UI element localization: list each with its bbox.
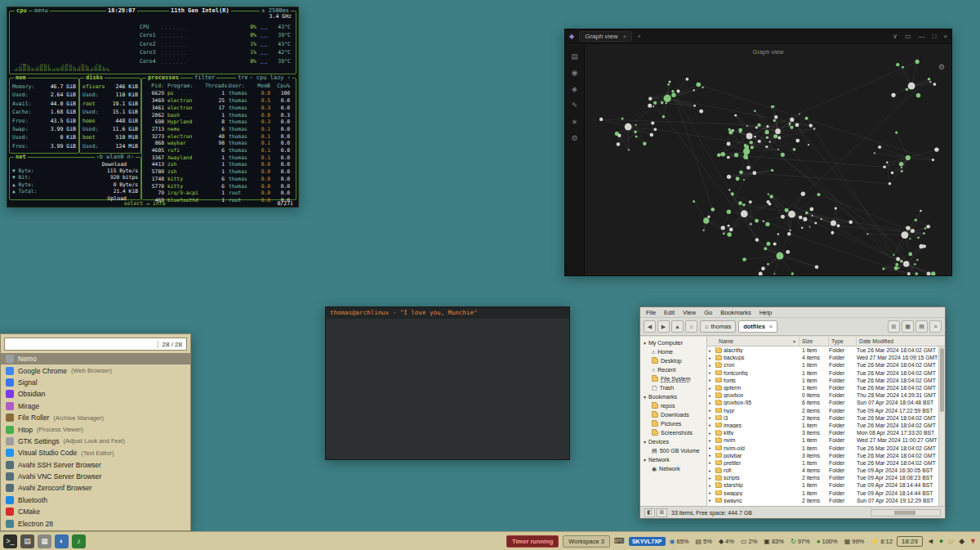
graph-node[interactable] <box>896 63 899 66</box>
graph-svg[interactable] <box>585 56 951 275</box>
graph-node[interactable] <box>666 102 667 104</box>
app-item-htop[interactable]: Htop(Process Viewer) <box>1 423 190 435</box>
chevron-down-icon[interactable]: ∨ <box>893 33 898 40</box>
graph-node[interactable] <box>799 113 800 114</box>
graph-node[interactable] <box>746 166 751 170</box>
graph-node[interactable] <box>628 149 630 150</box>
graph-node[interactable] <box>790 126 793 129</box>
graph-node[interactable] <box>812 215 813 217</box>
graph-node[interactable] <box>734 114 737 117</box>
graph-node[interactable] <box>720 152 725 157</box>
expander-icon[interactable]: ▸ <box>709 460 714 465</box>
graph-node[interactable] <box>773 134 777 138</box>
graph-node[interactable] <box>795 139 800 143</box>
graph-node[interactable] <box>903 261 909 266</box>
graph-node[interactable] <box>761 266 765 271</box>
notifications-icon[interactable]: ◆ <box>959 537 964 545</box>
graph-node[interactable] <box>752 171 756 175</box>
app-item-signal[interactable]: Signal <box>1 377 190 388</box>
browser-launcher[interactable]: ◐ <box>55 534 69 548</box>
graph-node[interactable] <box>727 210 731 214</box>
settings-icon[interactable]: ⚙ <box>571 134 577 142</box>
col-mem[interactable]: MemB <box>254 82 270 90</box>
graph-node[interactable] <box>810 208 814 212</box>
command-icon[interactable]: ∗ <box>572 118 578 126</box>
file-row-images[interactable]: ▸images1 itemFolderTue 26 Mar 2024 18:04… <box>707 422 945 429</box>
graph-node[interactable] <box>664 95 671 102</box>
expander-icon[interactable]: ▾ <box>644 340 646 346</box>
expander-icon[interactable]: ▸ <box>709 468 714 473</box>
graph-node[interactable] <box>926 225 930 229</box>
expander-icon[interactable]: ▾ <box>644 439 646 445</box>
music-launcher[interactable]: ♪ <box>72 534 86 548</box>
terminal-title[interactable]: thomas@archlinux - "I love you, Munchie" <box>326 307 569 319</box>
graph-node[interactable] <box>915 272 918 275</box>
expander-icon[interactable]: ▸ <box>709 393 714 398</box>
filter-button[interactable]: filter <box>193 74 216 81</box>
file-row-cron[interactable]: ▸cron1 itemFolderTue 26 Mar 2024 18:04:0… <box>707 361 945 369</box>
process-row[interactable]: 4413zsh1thomas0.00.0 <box>142 161 296 168</box>
scrollbar-thumb[interactable] <box>894 511 915 515</box>
expander-icon[interactable]: ▸ <box>709 498 714 503</box>
process-row[interactable]: 2713nemo6thomas0.10.0 <box>142 126 296 133</box>
graph-node[interactable] <box>906 88 908 91</box>
graph-node[interactable] <box>933 83 937 86</box>
graph-node[interactable] <box>671 90 675 93</box>
graph-node[interactable] <box>773 119 775 122</box>
graph-icon[interactable]: ◉ <box>572 69 578 77</box>
expander-icon[interactable]: ▸ <box>709 386 714 391</box>
graph-node[interactable] <box>685 78 688 81</box>
app-item-google-chrome[interactable]: Google Chrome(Web Browser) <box>1 364 190 376</box>
app-item-nemo[interactable]: Nemo <box>1 353 190 364</box>
graph-node[interactable] <box>775 128 781 134</box>
new-tab-button[interactable]: + <box>637 33 641 40</box>
app-item-avahi-vnc-server-browser[interactable]: Avahi VNC Server Browser <box>1 471 190 482</box>
graph-node[interactable] <box>785 208 789 212</box>
expander-icon[interactable]: ▸ <box>709 355 714 360</box>
graph-node[interactable] <box>928 78 931 81</box>
graph-node[interactable] <box>738 201 742 205</box>
app-item-cmake[interactable]: CMake <box>1 506 190 517</box>
graph-node[interactable] <box>906 226 911 230</box>
graph-node[interactable] <box>801 226 803 228</box>
graph-node[interactable] <box>916 259 919 262</box>
graph-node[interactable] <box>831 231 834 235</box>
cpu-indicator[interactable]: ◆4% <box>719 538 734 545</box>
graph-node[interactable] <box>886 162 889 164</box>
graph-node[interactable] <box>809 226 811 228</box>
sidebar-item-repos[interactable]: repos <box>640 401 706 410</box>
graph-node[interactable] <box>648 97 652 101</box>
graph-node[interactable] <box>808 144 809 145</box>
graph-node[interactable] <box>911 229 915 233</box>
graph-node[interactable] <box>901 231 908 239</box>
process-row[interactable]: 3461electron17thomas0.30.0 <box>142 105 296 112</box>
minimize-icon[interactable]: — <box>918 33 924 40</box>
graph-node[interactable] <box>773 242 777 245</box>
home-icon[interactable]: ⌂ <box>685 320 697 333</box>
back-icon[interactable]: ◀ <box>644 320 656 333</box>
graph-node[interactable] <box>758 140 761 143</box>
col-user[interactable]: User: <box>225 82 254 90</box>
graph-node[interactable] <box>703 217 709 223</box>
files-icon[interactable]: ▤ <box>571 52 578 60</box>
canvas-icon[interactable]: ◈ <box>572 85 577 93</box>
menu-edit[interactable]: Edit <box>664 309 675 316</box>
graph-node[interactable] <box>676 90 679 93</box>
network-interface[interactable]: ‹b wlan0 n› <box>95 154 136 160</box>
expander-icon[interactable]: ▾ <box>644 394 646 400</box>
graph-node[interactable] <box>693 89 695 91</box>
file-row-i3[interactable]: ▸i32 itemsFolderTue 26 Mar 2024 18:04:02… <box>707 414 945 422</box>
graph-node[interactable] <box>894 266 898 271</box>
sidebar-item-downloads[interactable]: Downloads <box>640 410 706 419</box>
expander-icon[interactable]: ▸ <box>709 415 714 420</box>
graph-node[interactable] <box>908 253 912 257</box>
expander-icon[interactable]: ▸ <box>709 423 714 427</box>
graph-node[interactable] <box>728 189 730 190</box>
app-item-mirage[interactable]: Mirage <box>1 400 190 412</box>
graph-node[interactable] <box>878 145 881 149</box>
volume-icon[interactable]: ◄ <box>927 537 934 545</box>
menu-file[interactable]: File <box>646 309 656 316</box>
sidebar-item-network[interactable]: ▾Network <box>640 455 706 464</box>
graph-node[interactable] <box>743 179 745 181</box>
graph-node[interactable] <box>754 110 756 112</box>
